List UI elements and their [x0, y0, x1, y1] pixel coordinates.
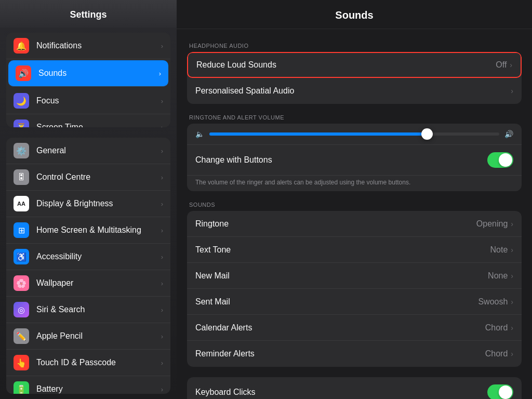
sent-mail-row[interactable]: Sent Mail Swoosh ›	[187, 289, 522, 315]
siri-icon: ◎	[14, 302, 29, 317]
control-chevron: ›	[161, 174, 163, 181]
sidebar-item-battery[interactable]: 🔋 Battery ›	[6, 376, 170, 394]
sent-mail-label: Sent Mail	[195, 297, 478, 307]
volume-low-icon: 🔈	[195, 130, 204, 138]
text-tone-value: Note	[490, 245, 508, 255]
touchid-icon: 👆	[14, 355, 29, 370]
reduce-loud-label: Reduce Loud Sounds	[196, 60, 496, 70]
control-label: Control Centre	[36, 172, 90, 182]
sidebar-item-focus[interactable]: 🌙 Focus ›	[6, 88, 170, 114]
general-icon: ⚙️	[14, 143, 29, 158]
sidebar-item-notifications[interactable]: 🔔 Notifications ›	[6, 33, 170, 59]
siri-label: Siri & Search	[36, 305, 85, 314]
sidebar-item-siri[interactable]: ◎ Siri & Search ›	[6, 297, 170, 323]
notifications-label: Notifications	[36, 41, 82, 50]
calendar-row[interactable]: Calendar Alerts Chord ›	[187, 315, 522, 341]
main-content: Sounds HEADPHONE AUDIO Reduce Loud Sound…	[177, 0, 532, 399]
accessibility-label: Accessibility	[36, 252, 82, 261]
pencil-chevron: ›	[161, 332, 163, 340]
notifications-icon: 🔔	[14, 38, 29, 54]
battery-chevron: ›	[161, 385, 163, 393]
spatial-audio-chevron: ›	[511, 87, 513, 95]
sidebar-group-2: ⚙️ General › 🎛 Control Centre › AA Displ…	[6, 138, 170, 394]
keyboard-lock-card: Keyboard Clicks Lock Sound	[187, 377, 522, 399]
focus-label: Focus	[36, 96, 59, 105]
accessibility-chevron: ›	[161, 253, 163, 261]
reminder-value: Chord	[485, 349, 508, 358]
homescreen-chevron: ›	[161, 227, 163, 234]
text-tone-chevron: ›	[511, 246, 513, 254]
sidebar-item-accessibility[interactable]: ♿ Accessibility ›	[6, 244, 170, 270]
siri-chevron: ›	[161, 306, 163, 314]
volume-slider-row[interactable]: 🔈 🔊	[187, 124, 522, 145]
reminder-row[interactable]: Reminder Alerts Chord ›	[187, 341, 522, 367]
text-tone-row[interactable]: Text Tone Note ›	[187, 237, 522, 263]
sidebar: Settings 🔔 Notifications › 🔊 Sounds › 🌙 …	[0, 0, 177, 399]
touchid-label: Touch ID & Passcode	[36, 358, 116, 367]
headphone-card: Reduce Loud Sounds Off › Personalised Sp…	[187, 52, 522, 104]
pencil-label: Apple Pencil	[36, 331, 83, 341]
general-label: General	[36, 146, 66, 155]
sounds-chevron: ›	[159, 70, 161, 77]
slider-container: 🔈 🔊	[195, 130, 513, 138]
reduce-loud-value: Off	[496, 60, 507, 70]
keyboard-clicks-row[interactable]: Keyboard Clicks	[187, 377, 522, 399]
sidebar-item-sounds[interactable]: 🔊 Sounds ›	[8, 60, 168, 87]
change-buttons-row[interactable]: Change with Buttons	[187, 145, 522, 176]
sidebar-item-control[interactable]: 🎛 Control Centre ›	[6, 164, 170, 191]
sounds-card: Ringtone Opening › Text Tone Note › New …	[187, 211, 522, 367]
calendar-value: Chord	[485, 323, 508, 332]
sidebar-item-general[interactable]: ⚙️ General ›	[6, 138, 170, 164]
spatial-audio-row[interactable]: Personalised Spatial Audio ›	[187, 78, 522, 104]
headphone-section-label: HEADPHONE AUDIO	[189, 43, 520, 49]
homescreen-icon: ⊞	[14, 222, 29, 238]
ringtone-chevron: ›	[511, 220, 513, 228]
slider-thumb[interactable]	[421, 128, 433, 140]
volume-high-icon: 🔊	[504, 130, 513, 138]
new-mail-row[interactable]: New Mail None ›	[187, 263, 522, 289]
slider-track[interactable]	[209, 132, 499, 136]
ringtone-value: Opening	[476, 219, 508, 229]
sidebar-item-touchid[interactable]: 👆 Touch ID & Passcode ›	[6, 350, 170, 376]
main-body: HEADPHONE AUDIO Reduce Loud Sounds Off ›…	[177, 29, 532, 399]
sidebar-item-display[interactable]: AA Display & Brightness ›	[6, 191, 170, 217]
notifications-chevron: ›	[161, 42, 163, 50]
battery-label: Battery	[36, 384, 63, 394]
sidebar-group-1: 🔔 Notifications › 🔊 Sounds › 🌙 Focus › ⏳…	[6, 33, 170, 127]
wallpaper-label: Wallpaper	[36, 278, 73, 288]
change-buttons-toggle[interactable]	[487, 152, 513, 168]
sidebar-title: Settings	[0, 0, 177, 28]
new-mail-label: New Mail	[195, 271, 488, 281]
screentime-icon: ⏳	[14, 119, 29, 127]
ringtone-label: Ringtone	[195, 219, 476, 229]
reminder-label: Reminder Alerts	[195, 349, 485, 358]
ringtone-section-label: RINGTONE AND ALERT VOLUME	[189, 114, 520, 121]
homescreen-label: Home Screen & Multitasking	[36, 225, 141, 235]
sidebar-item-homescreen[interactable]: ⊞ Home Screen & Multitasking ›	[6, 217, 170, 244]
sent-mail-chevron: ›	[511, 298, 513, 306]
screentime-label: Screen Time	[36, 123, 83, 127]
sidebar-item-pencil[interactable]: ✏️ Apple Pencil ›	[6, 323, 170, 350]
keyboard-clicks-label: Keyboard Clicks	[195, 388, 487, 397]
display-icon: AA	[14, 196, 29, 211]
change-buttons-label: Change with Buttons	[195, 155, 487, 165]
new-mail-chevron: ›	[511, 272, 513, 280]
main-title: Sounds	[177, 0, 532, 29]
battery-icon: 🔋	[14, 381, 29, 394]
display-label: Display & Brightness	[36, 199, 113, 208]
wallpaper-chevron: ›	[161, 280, 163, 287]
reminder-chevron: ›	[511, 350, 513, 358]
volume-helper-text: The volume of the ringer and alerts can …	[187, 176, 522, 191]
control-icon: 🎛	[14, 169, 29, 185]
focus-chevron: ›	[161, 97, 163, 105]
general-chevron: ›	[161, 147, 163, 155]
screentime-chevron: ›	[161, 124, 163, 128]
display-chevron: ›	[161, 200, 163, 208]
sidebar-item-screentime[interactable]: ⏳ Screen Time ›	[6, 114, 170, 127]
text-tone-label: Text Tone	[195, 245, 490, 255]
keyboard-clicks-toggle[interactable]	[487, 384, 513, 399]
sidebar-item-wallpaper[interactable]: 🌸 Wallpaper ›	[6, 270, 170, 297]
reduce-loud-row[interactable]: Reduce Loud Sounds Off ›	[187, 52, 522, 78]
calendar-label: Calendar Alerts	[195, 323, 485, 332]
ringtone-row[interactable]: Ringtone Opening ›	[187, 211, 522, 237]
